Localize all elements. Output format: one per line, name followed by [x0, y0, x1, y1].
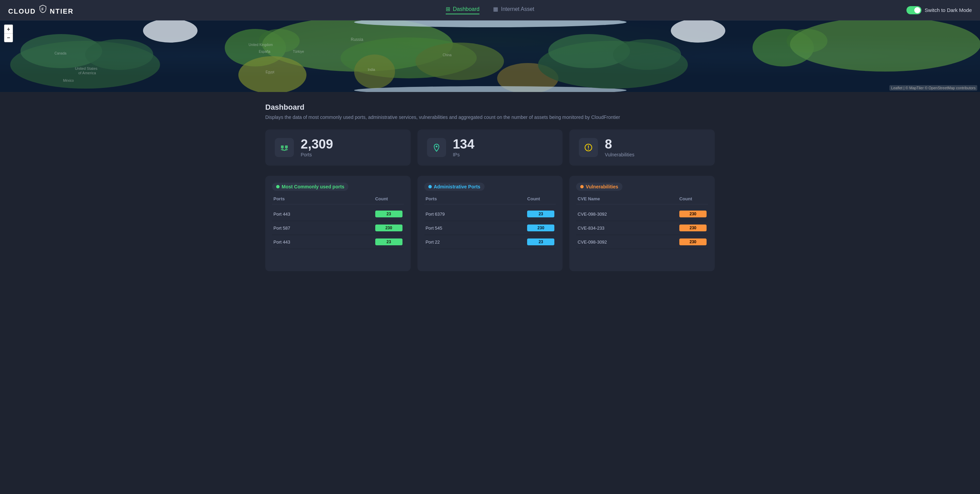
map-zoom-in[interactable]: +: [4, 24, 13, 33]
table-row: CVE-834-233 230: [576, 221, 708, 235]
vulnerability-icon: !: [584, 143, 593, 152]
col-count-label-1: Count: [527, 196, 554, 201]
ports-label: Ports: [301, 152, 401, 158]
vulnerabilities-card: Vulnerabilities CVE Name Count CVE-098-3…: [570, 176, 715, 271]
svg-text:of America: of America: [78, 71, 96, 75]
svg-text:México: México: [63, 79, 74, 83]
svg-text:United Kingdom: United Kingdom: [248, 43, 273, 47]
navbar: CLOUD F NTIER ⊞ Dashboard ▦ Internet Ass…: [0, 0, 980, 21]
ports-number: 2,309: [301, 138, 401, 151]
svg-text:F: F: [41, 8, 44, 11]
logo-text: CLOUD F NTIER: [8, 5, 73, 15]
most-common-ports-cols: Ports Count: [272, 196, 404, 204]
dashboard-tab-icon: ⊞: [446, 6, 450, 12]
col-count-label-0: Count: [375, 196, 402, 201]
svg-text:Russia: Russia: [351, 37, 363, 42]
admin-ports-card: Administrative Ports Ports Count Port 63…: [417, 176, 563, 271]
svg-text:Türkiye: Türkiye: [293, 50, 304, 54]
table-row: CVE-098-3092 230: [576, 207, 708, 221]
svg-point-12: [354, 54, 395, 89]
main-content: Dashboard Displays the data of most comm…: [251, 92, 729, 282]
col-cve-label: CVE Name: [578, 196, 679, 201]
table-row: Port 443 23: [272, 235, 404, 249]
ports-icon-box: [275, 138, 294, 157]
dark-mode-toggle[interactable]: Switch to Dark Mode: [877, 6, 972, 14]
count-badge: 23: [375, 210, 402, 217]
most-common-ports-badge: Most Commonly used ports: [272, 183, 348, 191]
svg-text:!: !: [588, 145, 589, 151]
internet-asset-tab-label: Internet Asset: [501, 6, 534, 12]
ips-stat-info: 134 IPs: [453, 138, 553, 158]
logo-area: CLOUD F NTIER: [8, 5, 103, 15]
admin-ports-header: Administrative Ports: [424, 183, 556, 191]
svg-point-13: [415, 43, 504, 80]
vuln-dot: [580, 185, 584, 188]
ports-icon: [280, 143, 289, 152]
ips-label: IPs: [453, 152, 553, 158]
most-common-ports-title: Most Commonly used ports: [282, 184, 344, 190]
svg-point-19: [613, 39, 681, 70]
nav-tabs: ⊞ Dashboard ▦ Internet Asset: [103, 6, 877, 14]
table-cards: Most Commonly used ports Ports Count Por…: [265, 176, 715, 271]
row-label: Port 443: [274, 239, 375, 245]
map-controls: + −: [4, 24, 13, 42]
admin-ports-dot: [428, 185, 432, 188]
internet-asset-tab-icon: ▦: [493, 6, 498, 12]
stat-card-vulnerabilities: ! 8 Vulnerabilities: [570, 129, 715, 166]
row-label: Port 443: [274, 212, 375, 217]
row-label: Port 587: [274, 226, 375, 231]
map-svg: United States of America México Canada U…: [0, 21, 980, 92]
ips-icon: [432, 143, 441, 152]
vuln-cols: CVE Name Count: [576, 196, 708, 204]
count-badge: 230: [679, 239, 706, 245]
svg-text:Canada: Canada: [54, 51, 67, 55]
table-row: Port 443 23: [272, 207, 404, 221]
table-row: Port 6379 23: [424, 207, 556, 221]
ips-number: 134: [453, 138, 553, 151]
count-badge: 23: [527, 239, 554, 245]
vuln-badge: Vulnerabilities: [576, 183, 622, 191]
stat-card-ips: 134 IPs: [417, 129, 563, 166]
row-label: Port 22: [426, 239, 527, 245]
admin-ports-cols: Ports Count: [424, 196, 556, 204]
col-ports-label-1: Ports: [426, 196, 527, 201]
most-common-ports-dot: [276, 185, 280, 188]
stat-card-ports: 2,309 Ports: [265, 129, 410, 166]
map-zoom-out[interactable]: −: [4, 33, 13, 42]
most-common-ports-header: Most Commonly used ports: [272, 183, 404, 191]
table-row: Port 545 230: [424, 221, 556, 235]
vuln-label: Vulnerabilities: [605, 152, 705, 158]
stat-cards: 2,309 Ports 134 IPs !: [265, 129, 715, 166]
ips-icon-box: [427, 138, 446, 157]
tab-internet-asset[interactable]: ▦ Internet Asset: [493, 6, 534, 14]
count-badge: 23: [527, 210, 554, 217]
svg-point-5: [85, 39, 153, 70]
tab-dashboard[interactable]: ⊞ Dashboard: [446, 6, 479, 14]
count-badge: 23: [375, 239, 402, 245]
map-container: United States of America México Canada U…: [0, 21, 980, 92]
count-badge: 230: [679, 210, 706, 217]
map-background: United States of America México Canada U…: [0, 21, 980, 92]
count-badge: 230: [527, 225, 554, 231]
dashboard-subtitle: Displays the data of most commonly used …: [265, 115, 715, 120]
row-label: CVE-834-233: [578, 226, 679, 231]
svg-rect-35: [281, 145, 284, 148]
toggle-knob: [914, 7, 920, 13]
ports-stat-info: 2,309 Ports: [301, 138, 401, 158]
dashboard-tab-label: Dashboard: [453, 6, 479, 12]
table-row: Port 22 23: [424, 235, 556, 249]
row-label: CVE-098-3092: [578, 239, 679, 245]
col-count-label-2: Count: [679, 196, 706, 201]
vuln-icon-box: !: [579, 138, 598, 157]
count-badge: 230: [375, 225, 402, 231]
logo-shield-icon: F: [39, 5, 47, 14]
most-common-ports-card: Most Commonly used ports Ports Count Por…: [265, 176, 410, 271]
svg-text:Egypt: Egypt: [266, 70, 274, 74]
admin-ports-badge: Administrative Ports: [424, 183, 485, 191]
svg-text:United States: United States: [75, 67, 98, 70]
row-label: Port 6379: [426, 212, 527, 217]
table-row: Port 587 230: [272, 221, 404, 235]
svg-point-43: [436, 146, 437, 148]
vuln-stat-info: 8 Vulnerabilities: [605, 138, 705, 158]
dark-mode-switch[interactable]: [907, 6, 921, 14]
